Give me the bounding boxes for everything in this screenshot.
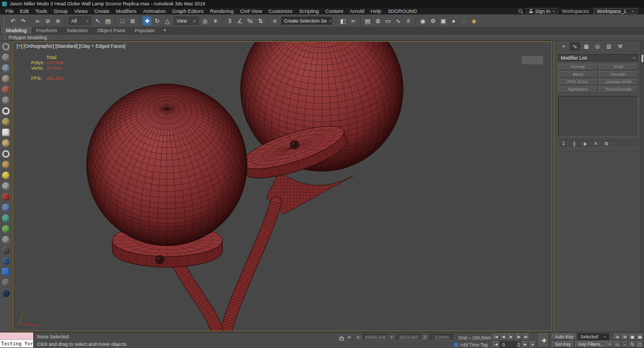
modifier-button[interactable]: TurboSmooth: [599, 86, 639, 93]
left-toolbar-icon[interactable]: [2, 64, 10, 72]
scrollbar-thumb[interactable]: [641, 55, 643, 62]
schematic-view-button[interactable]: #: [404, 16, 413, 26]
zoom-extents-button[interactable]: ▣: [629, 334, 636, 340]
align-button[interactable]: ≍: [348, 16, 358, 26]
percent-snap-toggle[interactable]: %: [245, 16, 255, 26]
search-icon[interactable]: [518, 9, 522, 13]
frame-spinner[interactable]: ▲▼: [517, 342, 521, 348]
viewport-canvas[interactable]: [13, 42, 552, 331]
snaps-toggle[interactable]: 3: [225, 16, 235, 26]
left-toolbar-icon[interactable]: [2, 172, 10, 179]
y-coordinate-field[interactable]: 2633,565: [397, 334, 421, 340]
key-mode-toggle[interactable]: ◈: [529, 341, 536, 348]
modifier-button[interactable]: Unwrap UVW: [599, 79, 639, 85]
left-toolbar-icon[interactable]: [2, 118, 10, 125]
create-tab[interactable]: +: [559, 42, 569, 50]
select-and-scale-button[interactable]: △: [163, 16, 172, 26]
unlink-selection-button[interactable]: ⊘: [43, 16, 53, 26]
tab-freeform[interactable]: Freeform: [32, 27, 62, 34]
menu-item[interactable]: Graph Editors: [169, 8, 207, 14]
modifier-stack[interactable]: [558, 96, 638, 137]
tab-object-paint[interactable]: Object Paint: [92, 27, 130, 34]
x-coordinate-field[interactable]: 40688,645: [363, 334, 388, 340]
selection-lock-icon[interactable]: [339, 337, 344, 340]
menu-item[interactable]: Edit: [17, 8, 32, 14]
left-toolbar-icon[interactable]: [2, 161, 10, 168]
modifier-button[interactable]: FFD 2x2x2: [558, 79, 598, 85]
key-filters-button[interactable]: Key Filters...: [575, 341, 607, 347]
next-key-button[interactable]: ▶: [522, 341, 529, 348]
modifier-button[interactable]: Smooth: [599, 71, 639, 78]
spinner-snap-toggle[interactable]: ⇅: [255, 16, 265, 26]
make-unique-icon[interactable]: ◈: [581, 140, 589, 147]
menu-item[interactable]: Help: [368, 8, 385, 14]
menu-item[interactable]: Create: [91, 8, 113, 14]
maximize-viewport-button[interactable]: ◻: [636, 341, 643, 347]
left-toolbar-icon[interactable]: [2, 107, 10, 115]
display-tab[interactable]: ▥: [604, 42, 614, 50]
select-and-manipulate-button[interactable]: ✳: [210, 16, 220, 26]
menu-item[interactable]: Content: [322, 8, 346, 14]
menu-item[interactable]: Scripting: [296, 8, 322, 14]
left-toolbar-icon[interactable]: [2, 86, 10, 93]
zoom-extents-all-button[interactable]: ▦: [636, 334, 643, 340]
tab-modeling[interactable]: Modeling: [1, 27, 32, 34]
left-toolbar-icon[interactable]: [2, 290, 10, 297]
viewport[interactable]: [+] [Orthographic] [Standard] [Clay + Ed…: [12, 41, 552, 331]
left-toolbar-icon[interactable]: [2, 257, 10, 265]
bind-to-space-warp-button[interactable]: ≋: [53, 16, 63, 26]
modifier-button[interactable]: Normal: [558, 64, 598, 70]
angle-snap-toggle[interactable]: ∠: [235, 16, 245, 26]
left-toolbar-icon[interactable]: [2, 75, 10, 83]
hierarchy-tab[interactable]: ▦: [581, 42, 591, 50]
viewcube-placeholder[interactable]: [522, 56, 543, 64]
redo-button[interactable]: ↷: [18, 16, 28, 26]
menu-item[interactable]: Group: [50, 8, 71, 14]
remove-modifier-icon[interactable]: ✕: [592, 140, 599, 147]
orbit-button[interactable]: ↻: [629, 341, 636, 347]
pan-button[interactable]: ↔: [621, 341, 628, 347]
menu-item[interactable]: Views: [71, 8, 91, 14]
panel-scrollbar[interactable]: [640, 41, 644, 332]
absolute-mode-icon[interactable]: ✛: [347, 335, 352, 340]
go-to-start-button[interactable]: |◀: [493, 334, 500, 340]
motion-tab[interactable]: ◎: [592, 42, 603, 50]
select-object-button[interactable]: ↖: [93, 16, 103, 26]
ribbon-config-arrow-icon[interactable]: ▼: [163, 27, 166, 34]
select-and-rotate-button[interactable]: ↻: [152, 16, 162, 26]
rendered-frame-window-button[interactable]: ▣: [438, 16, 448, 26]
menu-item[interactable]: Tools: [32, 8, 50, 14]
modifier-button[interactable]: Bend: [558, 71, 598, 78]
macro-recorder-line[interactable]: [0, 332, 33, 340]
left-toolbar-icon[interactable]: [2, 54, 10, 61]
left-toolbar-icon[interactable]: [2, 193, 10, 201]
reference-coordinate-system-dropdown[interactable]: View▼: [174, 17, 199, 25]
menu-item[interactable]: 3DGROUND: [384, 8, 420, 14]
use-pivot-point-button[interactable]: ◎: [200, 16, 210, 26]
plugin-render-button[interactable]: ◆: [469, 16, 479, 26]
toggle-layer-explorer-button[interactable]: ≣: [373, 16, 383, 26]
menu-item[interactable]: Modifiers: [113, 8, 140, 14]
left-toolbar-icon[interactable]: [2, 150, 10, 158]
named-selection-sets-dropdown[interactable]: Create Selection Se▼: [281, 17, 332, 25]
sign-in-dropdown[interactable]: Sign In ▼: [526, 8, 558, 14]
selection-filter-dropdown[interactable]: All▼: [69, 17, 91, 25]
tab-selection[interactable]: Selection: [62, 27, 92, 34]
maxscript-mini-listener[interactable]: Testing for i: [0, 332, 34, 348]
left-toolbar-icon[interactable]: [2, 236, 10, 243]
workspace-dropdown[interactable]: Workspace_1 ▼: [594, 8, 638, 14]
material-editor-button[interactable]: ◉: [418, 16, 428, 26]
render-iterative-button[interactable]: ◌: [459, 16, 469, 26]
pin-stack-icon[interactable]: ↧: [560, 140, 567, 147]
previous-key-button[interactable]: ◀: [493, 341, 500, 348]
set-key-button[interactable]: Set Key: [552, 341, 574, 347]
zoom-region-button[interactable]: ▭: [614, 341, 621, 347]
left-toolbar-icon[interactable]: [2, 129, 10, 136]
zoom-button[interactable]: ⊕: [614, 334, 621, 340]
left-toolbar-icon[interactable]: [2, 268, 10, 276]
left-toolbar-icon[interactable]: [2, 182, 10, 190]
render-setup-button[interactable]: ⚙: [428, 16, 438, 26]
left-toolbar-icon[interactable]: [2, 247, 10, 254]
app-icon[interactable]: [2, 2, 7, 6]
show-end-result-icon[interactable]: ∥: [570, 140, 578, 147]
